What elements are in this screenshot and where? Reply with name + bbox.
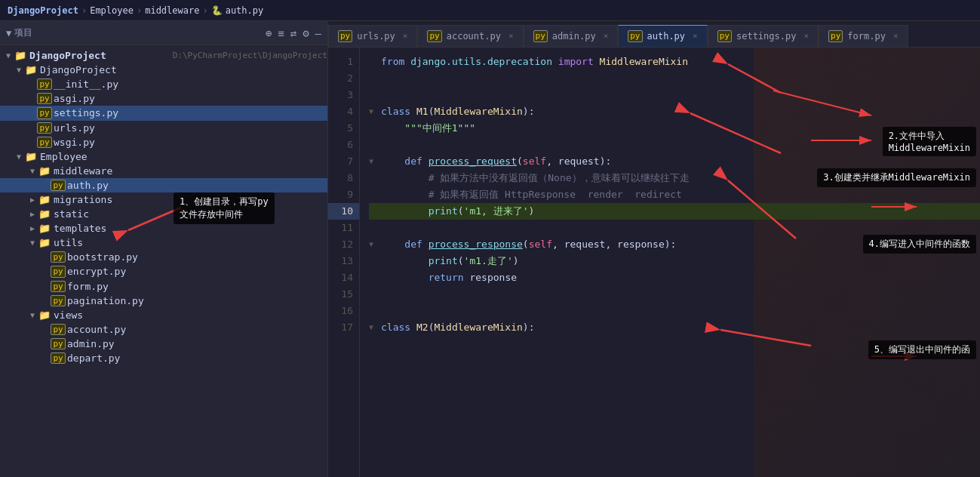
indent: [381, 153, 404, 170]
tab-label: urls.py: [357, 31, 395, 42]
minimize-icon[interactable]: —: [315, 27, 321, 39]
indent: [381, 186, 429, 203]
item-label: depart.py: [67, 352, 327, 364]
tree-item-djangoproject[interactable]: ▼ 📁 DjangoProject: [0, 63, 327, 77]
tree-item-encrypt[interactable]: py encrypt.py: [0, 264, 327, 279]
tab-label: auth.py: [647, 31, 686, 42]
tree-item-form[interactable]: py form.py: [0, 279, 327, 294]
tab-close-icon[interactable]: ×: [803, 31, 809, 41]
item-label: auth.py: [67, 180, 327, 191]
tree-item-vaccount[interactable]: py account.py: [0, 322, 327, 337]
fold-icon[interactable]: ▼: [369, 103, 381, 120]
tree-item-views[interactable]: ▼ 📁 views: [0, 308, 327, 322]
tree-item-vadmin[interactable]: py admin.py: [0, 337, 327, 351]
code-line-8: # 如果方法中没有返回值（None），意味着可以继续往下走: [369, 170, 980, 186]
fold-icon[interactable]: ▼: [369, 236, 381, 253]
line-number: 6: [328, 137, 359, 153]
tab-close-icon[interactable]: ×: [893, 31, 899, 41]
item-label: settings.py: [54, 107, 327, 118]
sort-icon[interactable]: ⇄: [290, 27, 296, 39]
code-editor[interactable]: 1 2 3 4 5 6 7 8 9 10 11 12 13 14 15 16 1: [328, 48, 980, 477]
tree-item-migrations[interactable]: ▶ 📁 migrations: [0, 192, 327, 207]
tree-item-init[interactable]: py __init__.py: [0, 77, 327, 91]
code-line-10: print('m1, 进来了'): [369, 203, 980, 220]
sidebar-toolbar: ▼ 项目 ⊕ ≡ ⇄ ⚙ —: [0, 21, 327, 45]
gear-icon[interactable]: ⚙: [303, 27, 309, 39]
file-name: auth.py: [226, 5, 264, 16]
main-area: ▼ 项目 ⊕ ≡ ⇄ ⚙ — ▼ 📁 DjangoProject: [0, 21, 980, 477]
code-content[interactable]: from django.utils.deprecation import Mid…: [360, 48, 980, 477]
tab-close-icon[interactable]: ×: [508, 31, 514, 41]
code-line-2: [369, 70, 980, 87]
arrow-icon: ▼: [14, 152, 24, 161]
tree-item-settings[interactable]: py settings.py: [0, 106, 327, 120]
class-name: MiddlewareMixin: [600, 54, 688, 70]
punct: (: [523, 236, 529, 253]
folder-icon: 📁: [38, 309, 51, 321]
tree-item-asgi[interactable]: py asgi.py: [0, 91, 327, 106]
item-label: admin.py: [67, 338, 327, 349]
tree-item-static[interactable]: ▶ 📁 static: [0, 207, 327, 221]
folder-icon: 📁: [38, 165, 51, 177]
string: 'm1.走了': [464, 253, 513, 269]
arrow-icon: ▼: [27, 167, 38, 175]
tree-item-auth[interactable]: py auth.py: [0, 178, 327, 192]
punct: ): [529, 203, 535, 220]
tree-item-urls[interactable]: py urls.py: [0, 121, 327, 135]
tree-item-utils[interactable]: ▼ 📁 utils: [0, 235, 327, 250]
py-file-icon: py: [38, 78, 51, 90]
tree-item-pagination[interactable]: py pagination.py: [0, 294, 327, 308]
line-numbers: 1 2 3 4 5 6 7 8 9 10 11 12 13 14 15 16 1: [328, 48, 360, 477]
variable: response: [469, 269, 517, 286]
fold-icon[interactable]: ▼: [369, 319, 381, 336]
editor-area: py urls.py × py account.py × py admin.py…: [328, 21, 980, 477]
punct: (: [458, 203, 464, 220]
punct: (: [458, 253, 464, 269]
tab-file-icon: py: [338, 30, 352, 42]
code-line-11: [369, 220, 980, 236]
tree-item-bootstrap[interactable]: py bootstrap.py: [0, 250, 327, 264]
arrow-icon: ▼: [14, 66, 24, 74]
line-number: 4: [328, 103, 359, 120]
tree-item-root[interactable]: ▼ 📁 DjangoProject D:\PyCharmProject\Djan…: [0, 48, 327, 63]
list-icon[interactable]: ≡: [278, 27, 284, 39]
item-label: asgi.py: [54, 93, 327, 104]
tree-item-employee[interactable]: ▼ 📁 Employee: [0, 149, 327, 164]
editor-tabs: py urls.py × py account.py × py admin.py…: [328, 21, 980, 48]
line-number: 13: [328, 253, 359, 269]
tab-admin[interactable]: py admin.py ×: [524, 25, 619, 47]
tab-settings[interactable]: py settings.py ×: [708, 25, 819, 47]
tab-auth[interactable]: py auth.py ×: [618, 25, 707, 47]
keyword: return: [429, 269, 470, 286]
tree-item-templates[interactable]: ▶ 📁 templates: [0, 221, 327, 235]
tab-close-icon[interactable]: ×: [403, 31, 408, 41]
code-line-12: ▼ def process_response(self, request, re…: [369, 236, 980, 253]
tab-urls[interactable]: py urls.py ×: [328, 25, 417, 47]
line-number: 3: [328, 87, 359, 103]
punct: ):: [600, 153, 612, 170]
fold-icon[interactable]: ▼: [369, 153, 381, 170]
tree-item-middleware[interactable]: ▼ 📁 middleware: [0, 164, 327, 178]
keyword: def: [404, 236, 428, 253]
py-file-icon: py: [51, 324, 65, 335]
py-file-icon: py: [51, 295, 65, 306]
sep3: ›: [202, 5, 207, 16]
item-label: bootstrap.py: [67, 251, 327, 263]
tab-account[interactable]: py account.py ×: [417, 25, 523, 47]
add-icon[interactable]: ⊕: [266, 27, 272, 39]
docstring: """中间件1""": [404, 120, 475, 137]
py-file-icon: py: [38, 93, 51, 104]
class-name: M1: [416, 103, 429, 120]
folder-icon: 📁: [24, 64, 38, 75]
py-file-icon: py: [51, 180, 65, 191]
path-label: D:\PyCharmProject\DjangoProject: [173, 51, 327, 60]
class-name: MiddlewareMixin: [434, 103, 522, 120]
item-label: utils: [54, 237, 327, 248]
py-file-icon: py: [51, 281, 65, 292]
tab-close-icon[interactable]: ×: [693, 31, 698, 41]
punct: ):: [665, 236, 677, 253]
tree-item-wsgi[interactable]: py wsgi.py: [0, 135, 327, 149]
tree-item-vdepart[interactable]: py depart.py: [0, 351, 327, 365]
tab-form[interactable]: py form.py ×: [819, 25, 908, 47]
tab-close-icon[interactable]: ×: [604, 31, 609, 41]
